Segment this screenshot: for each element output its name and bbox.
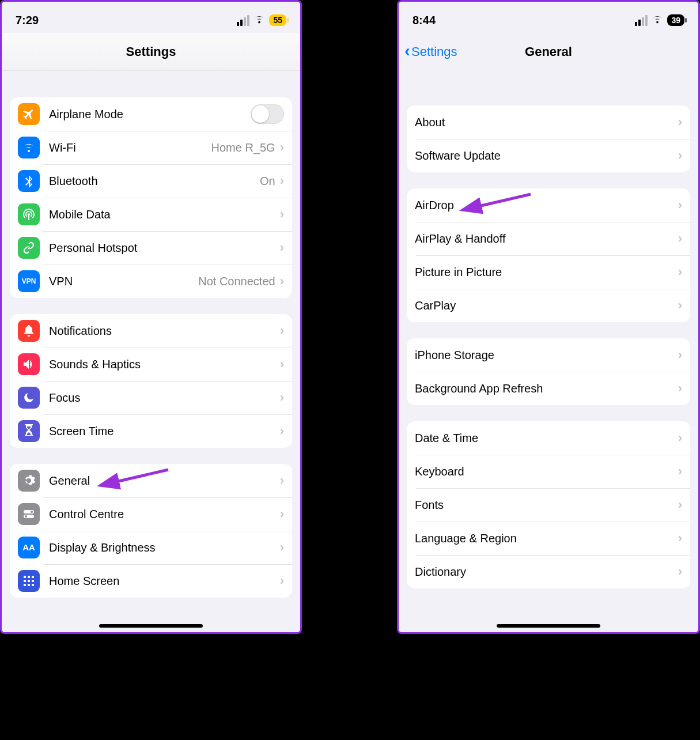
row-storage[interactable]: iPhone Storage› bbox=[407, 338, 690, 372]
row-label: Picture in Picture bbox=[415, 266, 678, 279]
row-label: Language & Region bbox=[415, 532, 678, 545]
airplane-icon bbox=[18, 103, 40, 125]
battery-indicator: 55 bbox=[269, 14, 286, 26]
settings-group: Airplane ModeWi-FiHome R_5G›BluetoothOn›… bbox=[10, 97, 292, 298]
moon-icon bbox=[18, 387, 40, 409]
svg-rect-9 bbox=[32, 576, 34, 578]
chevron-right-icon: › bbox=[678, 531, 682, 546]
svg-text:VPN: VPN bbox=[22, 277, 36, 285]
svg-rect-14 bbox=[28, 584, 30, 586]
row-screen-time[interactable]: Screen Time› bbox=[10, 414, 292, 448]
bluetooth-icon bbox=[18, 170, 40, 192]
row-control-centre[interactable]: Control Centre› bbox=[10, 497, 292, 531]
row-value: Home R_5G bbox=[211, 141, 275, 154]
nav-header: ‹ Settings General bbox=[399, 33, 698, 71]
row-bg-refresh[interactable]: Background App Refresh› bbox=[407, 372, 690, 405]
row-label: Airplane Mode bbox=[49, 108, 251, 121]
home-indicator[interactable] bbox=[497, 624, 600, 628]
chevron-right-icon: › bbox=[280, 173, 284, 188]
row-airplane[interactable]: Airplane Mode bbox=[10, 97, 292, 131]
row-label: Date & Time bbox=[415, 432, 678, 445]
row-pip[interactable]: Picture in Picture› bbox=[407, 255, 690, 289]
chevron-right-icon: › bbox=[678, 431, 682, 445]
row-general[interactable]: General› bbox=[10, 464, 292, 497]
row-display[interactable]: AADisplay & Brightness› bbox=[10, 531, 292, 564]
status-bar: 7:29 55 bbox=[2, 2, 300, 33]
settings-list[interactable]: Airplane ModeWi-FiHome R_5G›BluetoothOn›… bbox=[2, 71, 300, 632]
chevron-right-icon: › bbox=[280, 357, 284, 372]
row-fonts[interactable]: Fonts› bbox=[407, 488, 690, 522]
settings-group: AirDrop›AirPlay & Handoff›Picture in Pic… bbox=[407, 188, 690, 322]
svg-text:AA: AA bbox=[22, 542, 35, 552]
screenshot-general: 8:44 39 ‹ Settings General About›Softwar… bbox=[397, 0, 700, 634]
row-wifi[interactable]: Wi-FiHome R_5G› bbox=[10, 131, 292, 164]
row-label: Notifications bbox=[49, 324, 280, 338]
chevron-right-icon: › bbox=[280, 274, 284, 289]
row-mobile-data[interactable]: Mobile Data› bbox=[10, 198, 292, 231]
svg-rect-8 bbox=[28, 576, 30, 578]
svg-rect-7 bbox=[24, 576, 26, 578]
row-notifications[interactable]: Notifications› bbox=[10, 314, 292, 348]
row-label: Dictionary bbox=[415, 565, 678, 579]
status-bar: 8:44 39 bbox=[399, 2, 698, 33]
row-dictionary[interactable]: Dictionary› bbox=[407, 555, 690, 588]
hourglass-icon bbox=[18, 420, 40, 442]
row-value: On bbox=[260, 175, 275, 188]
row-sounds[interactable]: Sounds & Haptics› bbox=[10, 348, 292, 381]
chevron-left-icon: ‹ bbox=[404, 42, 410, 59]
page-title: General bbox=[525, 44, 572, 59]
row-airdrop[interactable]: AirDrop› bbox=[407, 188, 690, 222]
row-label: Focus bbox=[49, 391, 280, 405]
general-list[interactable]: About›Software Update›AirDrop›AirPlay & … bbox=[399, 71, 698, 632]
wifi-icon bbox=[651, 14, 664, 27]
chevron-right-icon: › bbox=[678, 298, 682, 313]
settings-group: iPhone Storage›Background App Refresh› bbox=[407, 338, 690, 405]
back-button[interactable]: ‹ Settings bbox=[404, 44, 457, 59]
row-home-screen[interactable]: Home Screen› bbox=[10, 564, 292, 598]
chevron-right-icon: › bbox=[678, 231, 682, 246]
row-label: iPhone Storage bbox=[415, 349, 678, 362]
row-label: About bbox=[415, 116, 678, 129]
chevron-right-icon: › bbox=[678, 148, 682, 163]
row-keyboard[interactable]: Keyboard› bbox=[407, 455, 690, 488]
chevron-right-icon: › bbox=[678, 381, 682, 396]
row-date-time[interactable]: Date & Time› bbox=[407, 421, 690, 455]
settings-group: About›Software Update› bbox=[407, 105, 690, 172]
row-vpn[interactable]: VPNVPNNot Connected› bbox=[10, 265, 292, 298]
row-label: General bbox=[49, 474, 280, 488]
home-indicator[interactable] bbox=[99, 624, 203, 628]
row-language[interactable]: Language & Region› bbox=[407, 522, 690, 555]
toggle-switch[interactable] bbox=[251, 104, 284, 124]
status-time: 7:29 bbox=[16, 14, 39, 27]
row-focus[interactable]: Focus› bbox=[10, 381, 292, 414]
row-label: Personal Hotspot bbox=[49, 241, 280, 255]
row-software-update[interactable]: Software Update› bbox=[407, 139, 690, 172]
row-label: Home Screen bbox=[49, 575, 280, 588]
chevron-right-icon: › bbox=[280, 390, 284, 405]
svg-rect-15 bbox=[32, 584, 34, 586]
svg-rect-12 bbox=[32, 580, 34, 582]
svg-rect-10 bbox=[24, 580, 26, 582]
row-label: Control Centre bbox=[49, 508, 280, 521]
chevron-right-icon: › bbox=[280, 473, 284, 488]
row-bluetooth[interactable]: BluetoothOn› bbox=[10, 164, 292, 198]
screenshot-settings: 7:29 55 Settings Airplane ModeWi-FiHome … bbox=[0, 0, 302, 634]
row-label: Wi-Fi bbox=[49, 141, 211, 154]
chevron-right-icon: › bbox=[280, 140, 284, 155]
row-label: Keyboard bbox=[415, 465, 678, 478]
row-label: VPN bbox=[49, 275, 198, 288]
row-about[interactable]: About› bbox=[407, 105, 690, 139]
row-hotspot[interactable]: Personal Hotspot› bbox=[10, 231, 292, 265]
row-label: AirPlay & Handoff bbox=[415, 232, 678, 246]
row-label: Bluetooth bbox=[49, 175, 260, 188]
row-label: Fonts bbox=[415, 499, 678, 512]
grid-icon bbox=[18, 570, 40, 592]
cellular-icon bbox=[635, 15, 648, 26]
back-label: Settings bbox=[411, 44, 457, 59]
chevron-right-icon: › bbox=[280, 207, 284, 222]
chevron-right-icon: › bbox=[678, 464, 682, 479]
row-carplay[interactable]: CarPlay› bbox=[407, 289, 690, 322]
chevron-right-icon: › bbox=[678, 198, 682, 213]
row-airplay[interactable]: AirPlay & Handoff› bbox=[407, 222, 690, 255]
svg-point-5 bbox=[25, 515, 27, 518]
